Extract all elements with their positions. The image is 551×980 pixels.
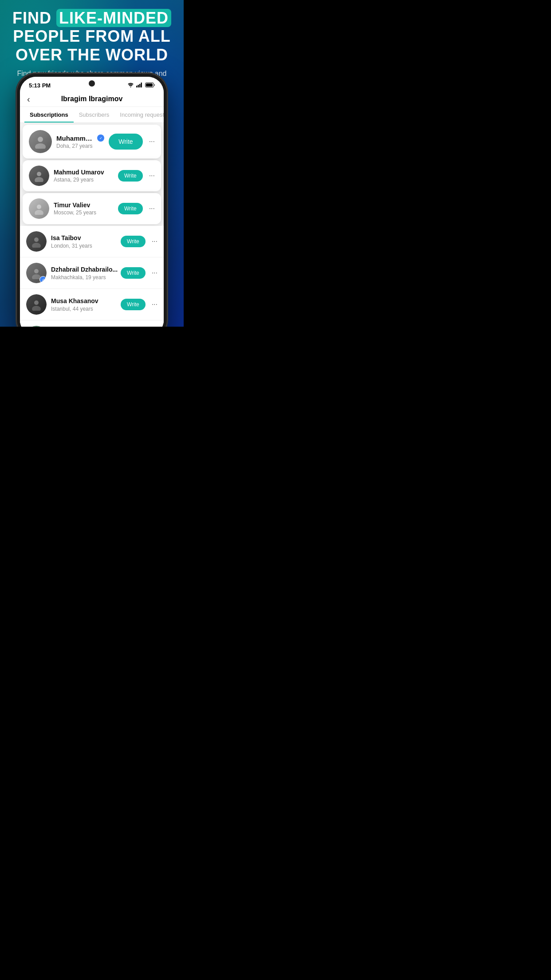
- svg-rect-1: [136, 86, 138, 87]
- contact-info: Dzhabrail Dzhabrailo... Makhachkala, 19 …: [51, 265, 116, 281]
- svg-point-15: [34, 269, 39, 273]
- more-options-button[interactable]: ···: [149, 138, 155, 146]
- svg-point-10: [35, 177, 43, 182]
- contact-name: Muhammad Abu A...: [56, 134, 95, 142]
- status-time: 5:13 PM: [29, 82, 51, 89]
- verified-badge-icon: ✓: [39, 276, 47, 283]
- contact-info: Timur Valiev Moscow, 25 years: [54, 202, 114, 216]
- write-button[interactable]: Write: [109, 134, 142, 150]
- contact-age: 29 years: [73, 177, 94, 183]
- contact-meta: Makhachkala, 19 years: [51, 274, 116, 281]
- svg-point-7: [38, 137, 43, 142]
- list-item: ✓ Dzhabrail Dzhabrailo... Makhachkala, 1…: [20, 257, 164, 289]
- contact-age: 27 years: [72, 143, 92, 149]
- contact-name-row: Mahmud Umarov: [54, 169, 114, 176]
- contact-list: Muhammad Abu A... ✓ Doha, 27 years Write…: [20, 123, 164, 327]
- tab-subscribers[interactable]: Subscribers: [74, 107, 115, 122]
- svg-point-12: [35, 210, 43, 215]
- battery-icon: [145, 83, 155, 88]
- svg-point-13: [34, 237, 39, 242]
- status-icons: [127, 83, 155, 88]
- list-item: Muhammad Abu A... ✓ Doha, 27 years Write…: [23, 125, 161, 158]
- tab-subscriptions[interactable]: Subscriptions: [24, 107, 74, 122]
- contact-location: Makhachkala: [51, 274, 83, 281]
- svg-point-17: [34, 300, 39, 305]
- list-item: Mahmud Umarov Astana, 29 years Write ···: [23, 160, 161, 191]
- contact-name: Timur Valiev: [54, 202, 90, 209]
- tab-incoming-requests[interactable]: Incoming requests: [114, 107, 164, 122]
- write-button[interactable]: Write: [118, 203, 143, 214]
- contact-location: Istanbul: [51, 306, 70, 312]
- contact-meta: London, 31 years: [51, 243, 116, 249]
- contact-age: 31 years: [72, 243, 92, 249]
- list-item: Musa Khasanov Istanbul, 44 years Write ·…: [20, 289, 164, 320]
- contact-info: Musa Khasanov Istanbul, 44 years: [51, 297, 116, 312]
- avatar: [26, 326, 47, 327]
- write-button[interactable]: Write: [121, 236, 146, 247]
- avatar: [26, 294, 47, 315]
- contact-location: London: [51, 243, 69, 249]
- signal-icon: [136, 83, 143, 88]
- phone-mockup: 5:13 PM: [16, 73, 167, 327]
- contact-age: 19 years: [85, 274, 106, 281]
- svg-point-9: [37, 172, 41, 176]
- contact-name: Mahmud Umarov: [54, 169, 104, 176]
- more-options-button[interactable]: ···: [152, 237, 157, 245]
- more-options-button[interactable]: ···: [152, 300, 157, 308]
- contact-info: Muhammad Abu A... ✓ Doha, 27 years: [56, 134, 104, 149]
- more-options-button[interactable]: ···: [149, 172, 155, 180]
- avatar: [29, 166, 49, 186]
- svg-rect-4: [141, 83, 142, 87]
- phone-camera: [89, 80, 95, 87]
- contact-name-row: Timur Valiev: [54, 202, 114, 209]
- avatar-image: [26, 326, 47, 327]
- svg-point-11: [37, 205, 41, 209]
- avatar-image: [26, 294, 47, 315]
- avatar: [29, 130, 52, 153]
- avatar: ✓: [26, 263, 47, 283]
- avatar-image: [29, 166, 49, 186]
- back-button[interactable]: ‹: [27, 94, 30, 104]
- contact-age: 44 years: [73, 306, 93, 312]
- contact-age: 25 years: [76, 209, 96, 216]
- more-options-button[interactable]: ···: [149, 205, 155, 213]
- contact-name: Musa Khasanov: [51, 297, 98, 304]
- more-options-button[interactable]: ···: [152, 269, 157, 277]
- contact-name: Dzhabrail Dzhabrailo...: [51, 266, 118, 273]
- app-header: ‹ Ibragim Ibragimov: [20, 91, 164, 107]
- contact-meta: Doha, 27 years: [56, 143, 104, 149]
- contact-meta: Astana, 29 years: [54, 177, 114, 183]
- svg-point-14: [32, 243, 41, 248]
- contact-info: Mahmud Umarov Astana, 29 years: [54, 169, 114, 183]
- contact-info: Isa Taibov London, 31 years: [51, 234, 116, 249]
- hero-title: FIND LIKE-MINDED PEOPLE FROM ALL OVER TH…: [9, 9, 175, 64]
- hero-title-part1: FIND: [12, 9, 56, 27]
- svg-point-0: [130, 87, 131, 87]
- list-item: Timur Valiev Moscow, 25 years Write ···: [23, 193, 161, 224]
- contact-meta: Istanbul, 44 years: [51, 306, 116, 312]
- svg-rect-2: [138, 85, 139, 87]
- contact-name-row: Muhammad Abu A... ✓: [56, 134, 104, 142]
- write-button[interactable]: Write: [121, 299, 146, 310]
- wifi-icon: [127, 83, 134, 88]
- page-wrapper: FIND LIKE-MINDED PEOPLE FROM ALL OVER TH…: [0, 0, 184, 327]
- svg-point-8: [35, 143, 46, 149]
- write-button[interactable]: Write: [118, 170, 143, 182]
- write-button[interactable]: Write: [121, 267, 146, 279]
- contact-location: Moscow: [54, 209, 73, 216]
- avatar-image: [26, 231, 47, 252]
- hero-title-part2: PEOPLE FROM ALL OVER THE WORLD: [13, 27, 171, 63]
- verified-badge-icon: ✓: [97, 134, 104, 142]
- list-item: Muhammad Qasem Cairo, 23 years Write ···: [20, 320, 164, 327]
- svg-point-18: [32, 306, 41, 311]
- contact-name: Isa Taibov: [51, 234, 81, 241]
- avatar: [26, 231, 47, 252]
- list-item: Isa Taibov London, 31 years Write ···: [20, 226, 164, 257]
- app-title: Ibragim Ibragimov: [61, 95, 123, 103]
- phone-screen: 5:13 PM: [20, 77, 164, 327]
- contact-location: Astana: [54, 177, 70, 183]
- avatar: [29, 198, 49, 219]
- tab-bar: Subscriptions Subscribers Incoming reque…: [20, 107, 164, 123]
- avatar-image: [29, 130, 52, 153]
- svg-rect-3: [139, 84, 141, 87]
